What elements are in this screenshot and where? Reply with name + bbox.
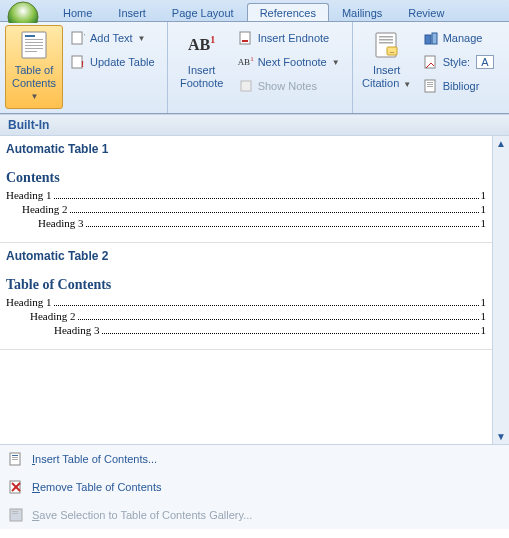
citation-label2: Citation xyxy=(362,77,399,89)
svg-rect-6 xyxy=(25,48,43,49)
tab-review[interactable]: Review xyxy=(395,3,457,21)
bibliography-button[interactable]: Bibliogr xyxy=(418,75,499,97)
svg-rect-4 xyxy=(25,42,43,43)
footnote-label1: Insert xyxy=(188,64,216,76)
menu-remove-label: Remove Table of Contents xyxy=(32,481,161,493)
svg-rect-16 xyxy=(379,36,393,38)
tab-insert[interactable]: Insert xyxy=(105,3,159,21)
toc-label1: Table of xyxy=(15,64,54,76)
manage-sources-button[interactable]: Manage xyxy=(418,27,499,49)
update-table-label: Update Table xyxy=(90,56,155,68)
group-citations: – InsertCitation ▼ Manage Style: A Bibli… xyxy=(353,22,506,113)
svg-rect-3 xyxy=(25,39,43,40)
insert-citation-button[interactable]: – InsertCitation ▼ xyxy=(358,25,416,109)
toc-pg: 1 xyxy=(481,310,487,322)
svg-rect-21 xyxy=(425,35,431,44)
menu-save-label: Save Selection to Table of Contents Gall… xyxy=(32,509,252,521)
add-text-icon: + xyxy=(70,30,86,46)
insert-endnote-label: Insert Endnote xyxy=(258,32,330,44)
tab-pagelayout[interactable]: Page Layout xyxy=(159,3,247,21)
svg-rect-35 xyxy=(10,509,22,521)
insert-toc-icon xyxy=(8,451,24,467)
style-icon xyxy=(423,54,439,70)
tab-home[interactable]: Home xyxy=(50,3,105,21)
toc-pg: 1 xyxy=(481,296,487,308)
svg-rect-30 xyxy=(12,457,18,458)
svg-rect-27 xyxy=(427,86,433,87)
menu-remove-toc[interactable]: Remove Table of Contents xyxy=(0,473,509,501)
svg-rect-31 xyxy=(12,459,18,460)
svg-rect-5 xyxy=(25,45,43,46)
svg-rect-26 xyxy=(427,84,433,85)
contents-heading: Table of Contents xyxy=(6,277,486,295)
endnote-icon xyxy=(238,30,254,46)
toc-pg: 1 xyxy=(481,189,487,201)
table-of-contents-button[interactable]: Table ofContents ▼ xyxy=(5,25,63,109)
manage-label: Manage xyxy=(443,32,483,44)
svg-rect-12 xyxy=(240,32,250,44)
insert-footnote-button[interactable]: AB1 InsertFootnote xyxy=(173,25,231,109)
toc-pg: 1 xyxy=(481,203,487,215)
svg-rect-13 xyxy=(242,40,248,42)
show-notes-icon xyxy=(238,78,254,94)
svg-point-0 xyxy=(8,2,38,23)
show-notes-button[interactable]: Show Notes xyxy=(233,75,345,97)
chevron-down-icon: ▼ xyxy=(138,34,146,43)
svg-rect-7 xyxy=(25,51,37,52)
scrollbar[interactable]: ▲ ▼ xyxy=(492,136,509,444)
svg-rect-37 xyxy=(12,513,18,514)
style-label: Style: xyxy=(443,56,471,68)
next-footnote-button[interactable]: AB1 Next Footnote ▼ xyxy=(233,51,345,73)
tab-mailings[interactable]: Mailings xyxy=(329,3,395,21)
preview-title: Automatic Table 1 xyxy=(6,140,486,170)
toc-pg: 1 xyxy=(481,217,487,229)
contents-heading: Contents xyxy=(6,170,486,188)
tab-references[interactable]: References xyxy=(247,3,329,21)
chevron-down-icon: ▼ xyxy=(332,58,340,67)
toc-h2: Heading 2 xyxy=(30,310,76,322)
remove-toc-icon xyxy=(8,479,24,495)
add-text-button[interactable]: + Add Text ▼ xyxy=(65,27,160,49)
style-value[interactable]: A xyxy=(476,55,493,69)
bibliography-label: Bibliogr xyxy=(443,80,480,92)
ribbon-tabs: Home Insert Page Layout References Maili… xyxy=(0,0,509,22)
svg-rect-18 xyxy=(379,42,393,44)
group-footnotes: AB1 InsertFootnote Insert Endnote AB1 Ne… xyxy=(168,22,353,113)
toc-gallery: Built-In Automatic Table 1 Contents Head… xyxy=(0,114,509,538)
add-text-label: Add Text xyxy=(90,32,133,44)
scroll-down-icon[interactable]: ▼ xyxy=(494,429,509,444)
menu-insert-label: Insert Table of Contents... xyxy=(32,453,157,465)
style-dropdown[interactable]: Style: A xyxy=(418,51,499,73)
svg-rect-2 xyxy=(25,35,35,37)
gallery-item-auto1[interactable]: Automatic Table 1 Contents Heading 11 He… xyxy=(0,136,492,243)
scroll-up-icon[interactable]: ▲ xyxy=(494,136,509,151)
gallery-item-auto2[interactable]: Automatic Table 2 Table of Contents Head… xyxy=(0,243,492,350)
toc-h1: Heading 1 xyxy=(6,189,52,201)
group-toc: Table ofContents ▼ + Add Text ▼ ! Update… xyxy=(0,22,168,113)
toc-h3: Heading 3 xyxy=(54,324,100,336)
toc-h3: Heading 3 xyxy=(38,217,84,229)
svg-rect-14 xyxy=(241,81,251,91)
footnote-icon: AB1 xyxy=(186,29,218,61)
toc-icon xyxy=(18,29,50,61)
svg-rect-29 xyxy=(12,455,18,456)
gallery-section-header: Built-In xyxy=(0,114,509,136)
next-footnote-label: Next Footnote xyxy=(258,56,327,68)
office-button[interactable] xyxy=(6,0,46,21)
update-table-button[interactable]: ! Update Table xyxy=(65,51,160,73)
show-notes-label: Show Notes xyxy=(258,80,317,92)
next-footnote-icon: AB1 xyxy=(238,54,254,70)
insert-endnote-button[interactable]: Insert Endnote xyxy=(233,27,345,49)
gallery-footer-menu: Insert Table of Contents... Remove Table… xyxy=(0,444,509,529)
menu-save-selection: Save Selection to Table of Contents Gall… xyxy=(0,501,509,529)
citation-label1: Insert xyxy=(373,64,401,76)
toc-h1: Heading 1 xyxy=(6,296,52,308)
svg-rect-22 xyxy=(432,33,437,44)
toc-label2: Contents xyxy=(12,77,56,89)
svg-rect-17 xyxy=(379,39,393,41)
menu-insert-toc[interactable]: Insert Table of Contents... xyxy=(0,445,509,473)
svg-text:!: ! xyxy=(81,59,84,69)
footnote-label2: Footnote xyxy=(180,77,223,89)
save-selection-icon xyxy=(8,507,24,523)
svg-rect-8 xyxy=(72,32,82,44)
